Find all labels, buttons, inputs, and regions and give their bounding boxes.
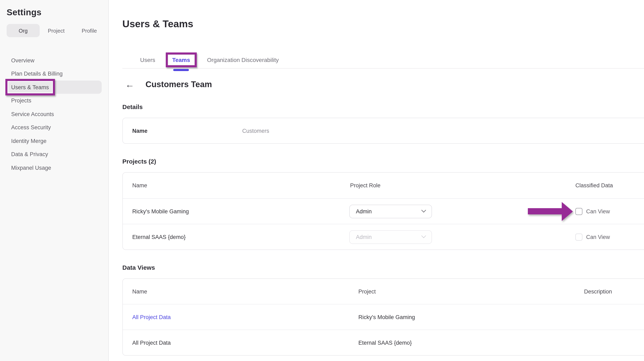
annotation-arrow [528, 202, 573, 221]
page-title: Users & Teams [122, 18, 644, 30]
details-name-value: Customers [242, 128, 269, 134]
tab-teams[interactable]: Teams [172, 56, 190, 63]
column-header-project: Project [358, 288, 376, 295]
projects-table: Name Project Role Classified Data Ricky'… [122, 172, 644, 250]
details-row: Name Customers [123, 118, 644, 143]
can-view-checkbox-disabled [576, 233, 582, 240]
annotation-box-teams-tab: Teams [166, 52, 197, 67]
sidebar-item-projects[interactable]: Projects [6, 94, 102, 107]
project-name: Eternal SAAS {demo} [132, 234, 186, 240]
project-role-value: Admin [356, 234, 372, 240]
chevron-down-icon [422, 233, 426, 238]
details-name-label: Name [132, 128, 148, 134]
project-role-select[interactable]: Admin [349, 204, 432, 218]
table-row-project-rickys: Ricky's Mobile Gaming Admin Can View [123, 198, 644, 224]
data-view-name: All Project Data [132, 340, 171, 346]
main-tabs: Users Teams Organization Discoverability [122, 51, 644, 68]
scope-tab-profile[interactable]: Profile [73, 24, 106, 37]
project-name: Ricky's Mobile Gaming [132, 208, 189, 214]
sidebar-item-plan-details-billing[interactable]: Plan Details & Billing [6, 67, 102, 80]
data-views-table: Name Project Description All Project Dat… [122, 278, 644, 356]
sidebar-item-service-accounts[interactable]: Service Accounts [6, 107, 102, 121]
data-view-name-link[interactable]: All Project Data [132, 314, 171, 320]
settings-page: Settings Org Project Profile Overview Pl… [0, 0, 644, 361]
details-heading: Details [122, 103, 644, 110]
column-header-project-role: Project Role [350, 182, 380, 189]
team-title: Customers Team [146, 80, 212, 89]
projects-header-row: Name Project Role Classified Data [123, 173, 644, 198]
can-view-label: Can View [586, 208, 610, 214]
settings-sidebar: Settings Org Project Profile Overview Pl… [0, 0, 109, 361]
sidebar-item-identity-merge[interactable]: Identity Merge [6, 134, 102, 147]
sidebar-item-data-privacy[interactable]: Data & Privacy [6, 148, 102, 161]
projects-heading: Projects (2) [122, 158, 644, 165]
column-header-description: Description [584, 288, 612, 295]
sidebar-item-access-security[interactable]: Access Security [6, 121, 102, 134]
table-row-project-eternal: Eternal SAAS {demo} Admin Can View [123, 224, 644, 250]
data-views-header-row: Name Project Description [123, 279, 644, 304]
scope-tabs: Org Project Profile [6, 24, 106, 37]
sidebar-item-overview[interactable]: Overview [6, 54, 102, 67]
table-row-data-view-2: All Project Data Eternal SAAS {demo} [123, 330, 644, 355]
tab-users[interactable]: Users [135, 56, 160, 63]
project-role-value: Admin [356, 208, 372, 214]
main-content: Users & Teams Users Teams Organization D… [109, 0, 644, 361]
scope-tab-org[interactable]: Org [6, 24, 40, 37]
project-role-select-disabled: Admin [349, 230, 432, 244]
table-row-data-view-1: All Project Data Ricky's Mobile Gaming [123, 304, 644, 330]
active-tab-indicator [173, 69, 189, 71]
sidebar-title: Settings [6, 7, 102, 17]
scope-tab-project[interactable]: Project [40, 24, 73, 37]
sidebar-nav: Overview Plan Details & Billing Users & … [6, 54, 102, 174]
can-view-label: Can View [586, 234, 610, 240]
can-view-checkbox[interactable] [576, 208, 582, 215]
sidebar-item-mixpanel-usage[interactable]: Mixpanel Usage [6, 161, 102, 174]
sidebar-item-users-teams[interactable]: Users & Teams [6, 80, 102, 94]
column-header-name: Name [132, 182, 147, 189]
data-view-project: Eternal SAAS {demo} [358, 340, 412, 346]
details-card: Name Customers [122, 118, 644, 144]
data-view-project: Ricky's Mobile Gaming [358, 314, 415, 320]
back-arrow-icon[interactable]: ← [125, 80, 134, 89]
chevron-down-icon [422, 208, 426, 213]
tab-organization-discoverability[interactable]: Organization Discoverability [202, 56, 284, 63]
sidebar-item-label: Users & Teams [11, 84, 49, 90]
column-header-classified-data: Classified Data [576, 182, 613, 189]
data-views-heading: Data Views [122, 264, 644, 271]
team-header: ← Customers Team [122, 80, 644, 89]
column-header-name: Name [132, 288, 147, 295]
